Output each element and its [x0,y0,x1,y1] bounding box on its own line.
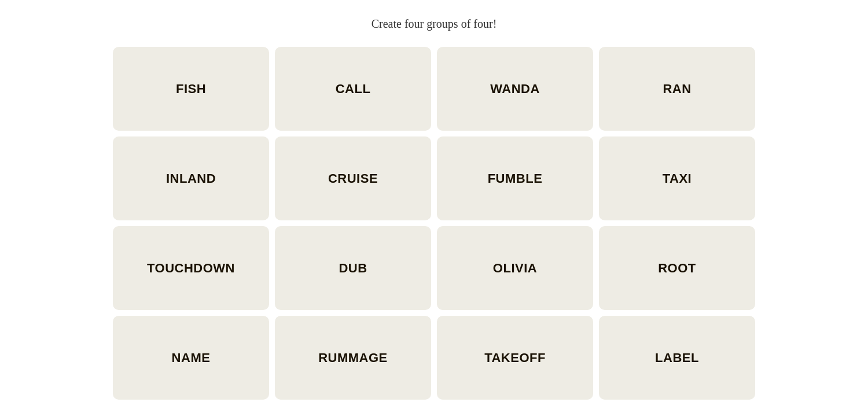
tile-call[interactable]: CALL [275,47,431,131]
tile-label-dub: DUB [339,261,367,276]
tile-label-name: NAME [172,350,211,366]
tile-label-olivia: OLIVIA [493,261,537,276]
tile-cruise[interactable]: CRUISE [275,136,431,220]
word-grid: FISHCALLWANDARANINLANDCRUISEFUMBLETAXITO… [113,47,755,400]
game-subtitle: Create four groups of four! [372,17,497,31]
tile-label-cruise: CRUISE [328,171,378,186]
tile-fumble[interactable]: FUMBLE [437,136,593,220]
tile-label[interactable]: LABEL [599,316,755,400]
tile-label-fumble: FUMBLE [488,171,543,186]
tile-wanda[interactable]: WANDA [437,47,593,131]
tile-dub[interactable]: DUB [275,226,431,310]
tile-name[interactable]: NAME [113,316,269,400]
tile-label-inland: INLAND [166,171,216,186]
tile-rummage[interactable]: RUMMAGE [275,316,431,400]
tile-label-fish: FISH [176,82,206,97]
tile-ran[interactable]: RAN [599,47,755,131]
tile-label-rummage: RUMMAGE [318,350,388,366]
tile-root[interactable]: ROOT [599,226,755,310]
tile-label-root: ROOT [658,261,696,276]
tile-touchdown[interactable]: TOUCHDOWN [113,226,269,310]
tile-label-takeoff: TAKEOFF [484,350,546,366]
tile-olivia[interactable]: OLIVIA [437,226,593,310]
tile-label-taxi: TAXI [663,171,692,186]
tile-inland[interactable]: INLAND [113,136,269,220]
tile-fish[interactable]: FISH [113,47,269,131]
tile-label-label: LABEL [655,350,699,366]
tile-label-ran: RAN [663,82,691,97]
tile-taxi[interactable]: TAXI [599,136,755,220]
tile-label-call: CALL [336,82,371,97]
tile-takeoff[interactable]: TAKEOFF [437,316,593,400]
tile-label-wanda: WANDA [490,82,540,97]
tile-label-touchdown: TOUCHDOWN [147,261,235,276]
